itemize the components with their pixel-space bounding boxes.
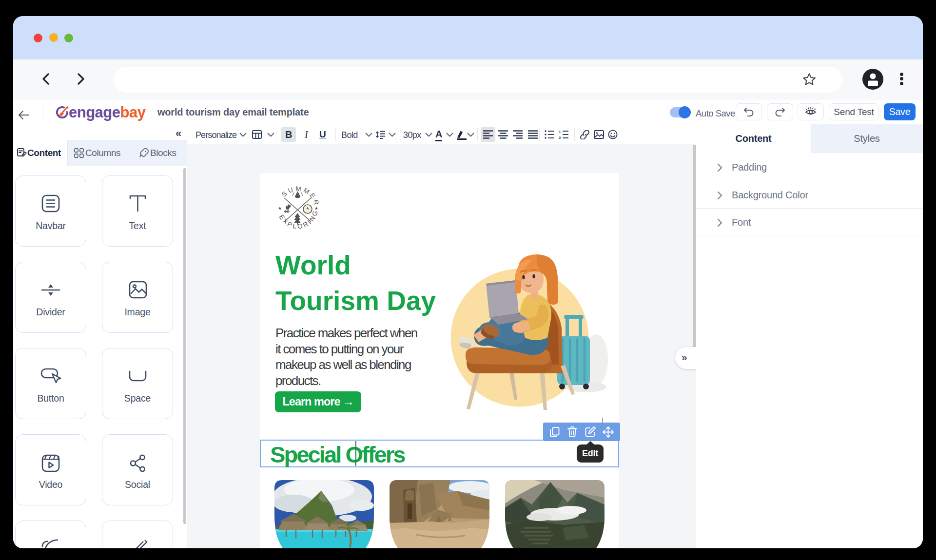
svg-text:SUMMER: SUMMER <box>280 185 321 207</box>
svg-text:2: 2 <box>559 135 561 139</box>
svg-text:1: 1 <box>559 130 561 134</box>
